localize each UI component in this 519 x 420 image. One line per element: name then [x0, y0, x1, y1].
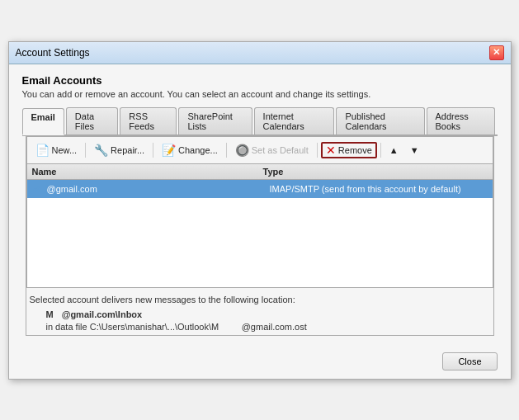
account-settings-window: Account Settings ✕ Email Accounts You ca…	[8, 41, 512, 380]
divider-1	[85, 143, 86, 158]
set-default-icon: 🔘	[235, 144, 249, 157]
account-icon: ✔	[32, 182, 42, 196]
divider-4	[317, 143, 318, 158]
tab-address-books[interactable]: Address Books	[427, 107, 496, 134]
table-header: Name Type	[27, 164, 493, 180]
section-title: Email Accounts	[22, 74, 498, 87]
tab-published-calendars[interactable]: Published Calendars	[336, 107, 424, 134]
divider-3	[226, 143, 227, 158]
repair-button[interactable]: 🔧 Repair...	[89, 142, 149, 158]
new-button[interactable]: 📄 New...	[31, 142, 83, 158]
close-x-icon: ✕	[493, 47, 500, 58]
col-header-type: Type	[263, 167, 488, 177]
footer-path-file: @gmail.com.ost	[242, 322, 307, 332]
footer-account-email: @gmail.com\Inbox	[62, 309, 143, 319]
account-type: IMAP/SMTP (send from this account by def…	[270, 184, 488, 194]
footer-account: M @gmail.com\Inbox	[46, 309, 490, 319]
change-icon: 📝	[162, 144, 176, 157]
titlebar: Account Settings ✕	[9, 42, 511, 64]
window-close-button[interactable]: ✕	[489, 45, 504, 60]
down-arrow-icon: ▼	[410, 145, 419, 155]
divider-5	[380, 143, 381, 158]
tabs-row: Email Data Files RSS Feeds SharePoint Li…	[22, 107, 498, 136]
remove-button[interactable]: ✕ Remove	[321, 142, 377, 158]
section-desc: You can add or remove an account. You ca…	[22, 89, 498, 99]
bottom-bar: Close	[9, 346, 511, 379]
tab-email[interactable]: Email	[22, 108, 64, 135]
tab-internet-calendars[interactable]: Internet Calendars	[254, 107, 335, 134]
account-name: @gmail.com	[47, 184, 270, 194]
footer-account-name: M	[46, 309, 54, 319]
close-button[interactable]: Close	[442, 352, 497, 370]
change-button[interactable]: 📝 Change...	[157, 142, 223, 158]
footer-area: Selected account delivers new messages t…	[26, 288, 493, 335]
tab-rss-feeds[interactable]: RSS Feeds	[120, 107, 177, 134]
footer-desc: Selected account delivers new messages t…	[30, 295, 490, 304]
move-up-button[interactable]: ▲	[385, 144, 403, 157]
footer-path: in data file C:\Users\manishar\...\Outlo…	[46, 322, 490, 332]
repair-icon: 🔧	[94, 144, 108, 157]
tab-panel: 📄 New... 🔧 Repair... 📝 Change... 🔘 Set a…	[26, 136, 494, 336]
table-row[interactable]: ✔ @gmail.com IMAP/SMTP (send from this a…	[27, 180, 493, 198]
footer-path-label: in data file C:\Users\manishar\...\Outlo…	[46, 322, 219, 332]
main-content: Email Accounts You can add or remove an …	[9, 64, 511, 346]
toolbar: 📄 New... 🔧 Repair... 📝 Change... 🔘 Set a…	[26, 137, 493, 163]
up-arrow-icon: ▲	[389, 145, 399, 155]
accounts-table: Name Type ✔ @gmail.com IMAP/SMTP (send f…	[26, 163, 493, 288]
window-title: Account Settings	[16, 47, 90, 59]
col-header-name: Name	[32, 167, 263, 177]
remove-icon: ✕	[326, 144, 336, 157]
table-body: ✔ @gmail.com IMAP/SMTP (send from this a…	[27, 180, 493, 287]
divider-2	[153, 143, 153, 158]
new-icon: 📄	[35, 144, 50, 157]
tab-data-files[interactable]: Data Files	[66, 107, 119, 134]
move-down-button[interactable]: ▼	[405, 144, 424, 157]
set-default-button[interactable]: 🔘 Set as Default	[230, 142, 314, 158]
tab-sharepoint-lists[interactable]: SharePoint Lists	[178, 107, 252, 134]
